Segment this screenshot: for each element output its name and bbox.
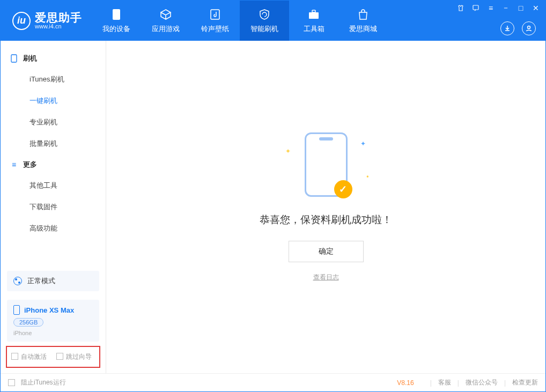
tab-store[interactable]: 爱思商城 (338, 1, 388, 41)
sidebar-item-pro-flash[interactable]: 专业刷机 (1, 112, 106, 133)
sparkle-icon: • (366, 173, 368, 181)
svg-rect-6 (11, 55, 17, 62)
shirt-icon[interactable] (455, 3, 466, 13)
tab-smart-flash[interactable]: 智能刷机 (240, 1, 289, 41)
logo-icon: iu (12, 12, 31, 30)
tab-apps-games[interactable]: 应用游戏 (141, 1, 190, 41)
svg-rect-3 (312, 10, 315, 12)
tab-ringtones[interactable]: 铃声壁纸 (190, 1, 240, 41)
tab-label: 我的设备 (102, 24, 130, 34)
tab-label: 智能刷机 (250, 24, 278, 34)
more-icon: ≡ (10, 161, 18, 168)
view-log-link[interactable]: 查看日志 (313, 273, 339, 282)
footer-link-wechat[interactable]: 微信公众号 (466, 378, 498, 387)
tab-toolbox[interactable]: 工具箱 (289, 1, 338, 41)
cube-icon (159, 8, 172, 21)
section-title: 刷机 (23, 54, 37, 63)
app-window: iu 爱思助手 www.i4.cn 我的设备 应用游戏 铃声壁纸 智能刷机 (0, 0, 546, 392)
tab-label: 铃声壁纸 (201, 24, 229, 34)
device-mode-label: 正常模式 (27, 276, 55, 286)
refresh-shield-icon (258, 8, 271, 21)
maximize-button[interactable]: □ (515, 3, 526, 13)
window-controls: ≡ － □ ✕ (455, 3, 541, 13)
tab-label: 应用游戏 (152, 24, 180, 34)
toolbox-icon (307, 8, 320, 21)
sidebar: 刷机 iTunes刷机 一键刷机 专业刷机 批量刷机 ≡ 更多 其他工具 下载固… (1, 41, 106, 373)
sidebar-section-more: ≡ 更多 (1, 154, 106, 175)
mode-icon (13, 277, 22, 285)
svg-point-4 (528, 26, 530, 29)
check-badge-icon: ✓ (334, 180, 352, 198)
sidebar-item-advanced[interactable]: 高级功能 (1, 218, 106, 239)
sidebar-item-itunes-flash[interactable]: iTunes刷机 (1, 69, 106, 90)
menu-icon[interactable]: ≡ (485, 3, 496, 13)
body: 刷机 iTunes刷机 一键刷机 专业刷机 批量刷机 ≡ 更多 其他工具 下载固… (1, 41, 545, 373)
phone-illustration-icon: ✓ (305, 132, 348, 197)
device-icon (10, 55, 18, 62)
device-name: iPhone XS Max (24, 306, 74, 314)
music-note-icon (209, 8, 222, 21)
block-itunes-checkbox[interactable]: 阻止iTunes运行 (8, 378, 66, 387)
header: iu 爱思助手 www.i4.cn 我的设备 应用游戏 铃声壁纸 智能刷机 (1, 1, 545, 41)
section-title: 更多 (23, 160, 37, 169)
sidebar-item-batch-flash[interactable]: 批量刷机 (1, 133, 106, 154)
app-subtitle: www.i4.cn (35, 24, 82, 30)
app-title: 爱思助手 (35, 12, 82, 24)
version-label: V8.16 (397, 379, 414, 387)
close-button[interactable]: ✕ (530, 3, 541, 13)
tab-label: 工具箱 (304, 24, 324, 34)
svg-rect-5 (473, 5, 478, 10)
svg-rect-2 (309, 12, 319, 19)
sidebar-section-flash: 刷机 (1, 48, 106, 69)
tab-label: 爱思商城 (349, 24, 377, 34)
sparkle-icon: ✦ (285, 147, 291, 155)
skip-wizard-checkbox[interactable]: 跳过向导 (56, 352, 92, 361)
device-info-box[interactable]: iPhone XS Max 256GB iPhone (7, 300, 99, 342)
sidebar-item-other-tools[interactable]: 其他工具 (1, 175, 106, 196)
device-capacity: 256GB (13, 318, 43, 327)
confirm-button[interactable]: 确定 (289, 241, 364, 262)
main-content: ✓ ✦ ✦ • 恭喜您，保资料刷机成功啦！ 确定 查看日志 (106, 41, 545, 373)
device-type: iPhone (13, 330, 93, 336)
footer-link-update[interactable]: 检查更新 (512, 378, 538, 387)
tab-my-device[interactable]: 我的设备 (92, 1, 141, 41)
download-button[interactable] (500, 21, 514, 35)
header-right-buttons (500, 21, 536, 35)
sidebar-item-download-firmware[interactable]: 下载固件 (1, 196, 106, 218)
nav-tabs: 我的设备 应用游戏 铃声壁纸 智能刷机 工具箱 爱思商城 (92, 1, 388, 41)
phone-icon (110, 8, 123, 21)
phone-outline-icon (13, 305, 20, 315)
feedback-icon[interactable] (470, 3, 481, 13)
sparkle-icon: ✦ (360, 140, 366, 147)
success-illustration: ✓ ✦ ✦ • (305, 132, 348, 197)
success-message: 恭喜您，保资料刷机成功啦！ (260, 213, 392, 227)
minimize-button[interactable]: － (500, 3, 511, 13)
app-logo: iu 爱思助手 www.i4.cn (1, 1, 92, 41)
sidebar-item-oneclick-flash[interactable]: 一键刷机 (1, 90, 106, 112)
bag-icon (357, 8, 370, 21)
svg-rect-0 (113, 9, 120, 20)
account-button[interactable] (522, 21, 536, 35)
device-mode-box[interactable]: 正常模式 (7, 271, 99, 291)
flash-options-row: 自动激活 跳过向导 (6, 346, 100, 368)
footer-link-service[interactable]: 客服 (438, 378, 451, 387)
footer: 阻止iTunes运行 V8.16 | 客服 | 微信公众号 | 检查更新 (1, 373, 545, 391)
auto-activate-checkbox[interactable]: 自动激活 (11, 352, 47, 361)
